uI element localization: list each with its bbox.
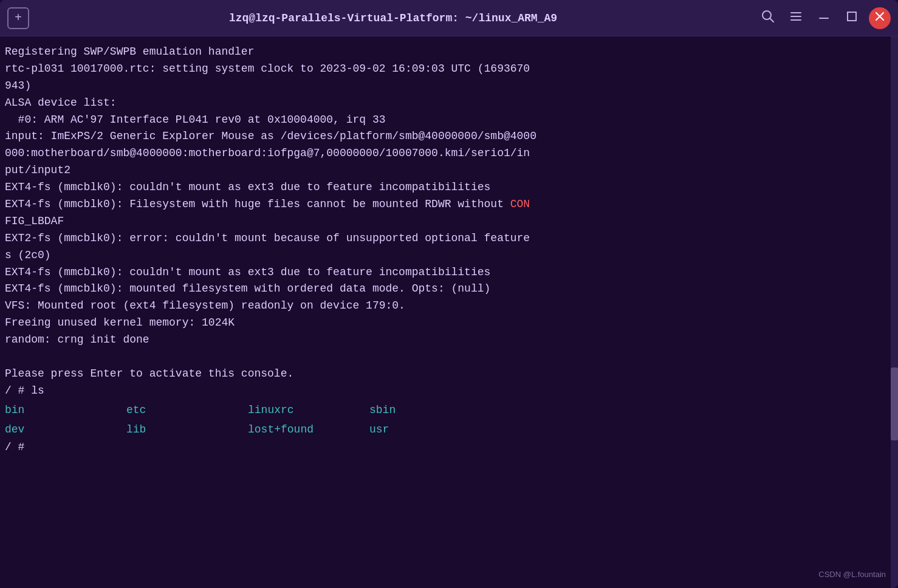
search-button[interactable] — [757, 7, 779, 29]
ls-output: bin etc linuxrc sbin dev lib lost+found … — [5, 401, 893, 440]
terminal-line: EXT2-fs (mmcblk0): error: couldn't mount… — [5, 230, 893, 247]
window-title: lzq@lzq-Parallels-Virtual-Platform: ~/li… — [29, 12, 757, 24]
terminal-line: EXT4-fs (mmcblk0): couldn't mount as ext… — [5, 179, 893, 196]
ls-item: lib — [126, 420, 248, 440]
scrollbar[interactable] — [891, 36, 898, 588]
ls-item: dev — [5, 420, 126, 440]
minimize-button[interactable] — [813, 7, 835, 29]
watermark: CSDN @L.fountain — [818, 569, 886, 581]
scrollbar-thumb[interactable] — [891, 368, 898, 440]
terminal-line: random: crng init done — [5, 332, 893, 349]
minimize-icon — [817, 10, 831, 26]
close-button[interactable] — [869, 7, 891, 29]
terminal-prompt-ls: / # ls — [5, 383, 893, 400]
terminal-line: rtc-pl031 10017000.rtc: setting system c… — [5, 61, 893, 78]
menu-button[interactable] — [785, 7, 807, 29]
terminal-line: FIG_LBDAF — [5, 213, 893, 230]
search-icon — [761, 10, 775, 26]
svg-line-1 — [770, 18, 773, 22]
terminal-line: Please press Enter to activate this cons… — [5, 366, 893, 383]
svg-rect-6 — [848, 12, 856, 21]
ls-item: usr — [369, 420, 491, 440]
ls-item: linuxrc — [248, 401, 369, 420]
maximize-icon — [845, 10, 859, 26]
terminal-line: s (2c0) — [5, 247, 893, 264]
terminal-line: 000:motherboard/smb@4000000:motherboard:… — [5, 145, 893, 162]
terminal-line: Freeing unused kernel memory: 1024K — [5, 315, 893, 332]
terminal-line: put/input2 — [5, 162, 893, 179]
terminal-line: EXT4-fs (mmcblk0): couldn't mount as ext… — [5, 264, 893, 281]
terminal-line: VFS: Mounted root (ext4 filesystem) read… — [5, 298, 893, 315]
terminal-line: EXT4-fs (mmcblk0): Filesystem with huge … — [5, 196, 893, 213]
title-bar: + lzq@lzq-Parallels-Virtual-Platform: ~/… — [0, 0, 898, 36]
close-icon — [875, 12, 885, 24]
terminal-line: Registering SWP/SWPB emulation handler — [5, 44, 893, 61]
title-bar-left: + — [7, 7, 29, 29]
terminal-output[interactable]: Registering SWP/SWPB emulation handler r… — [0, 36, 898, 588]
ls-item: lost+found — [248, 420, 369, 440]
ls-item: sbin — [369, 401, 491, 420]
new-tab-button[interactable]: + — [7, 7, 29, 29]
maximize-button[interactable] — [841, 7, 863, 29]
menu-icon — [789, 10, 803, 26]
title-bar-controls — [757, 7, 891, 29]
ls-item: etc — [126, 401, 248, 420]
terminal-window: + lzq@lzq-Parallels-Virtual-Platform: ~/… — [0, 0, 898, 588]
terminal-line — [5, 349, 893, 366]
terminal-line: EXT4-fs (mmcblk0): mounted filesystem wi… — [5, 281, 893, 298]
new-tab-icon: + — [15, 11, 22, 25]
terminal-line: #0: ARM AC'97 Interface PL041 rev0 at 0x… — [5, 112, 893, 129]
terminal-prompt: / # — [5, 439, 893, 456]
terminal-line: 943) — [5, 78, 893, 95]
con-highlight: CON — [510, 198, 530, 210]
ls-item: bin — [5, 401, 126, 420]
terminal-line: input: ImExPS/2 Generic Explorer Mouse a… — [5, 128, 893, 145]
terminal-line: ALSA device list: — [5, 95, 893, 112]
